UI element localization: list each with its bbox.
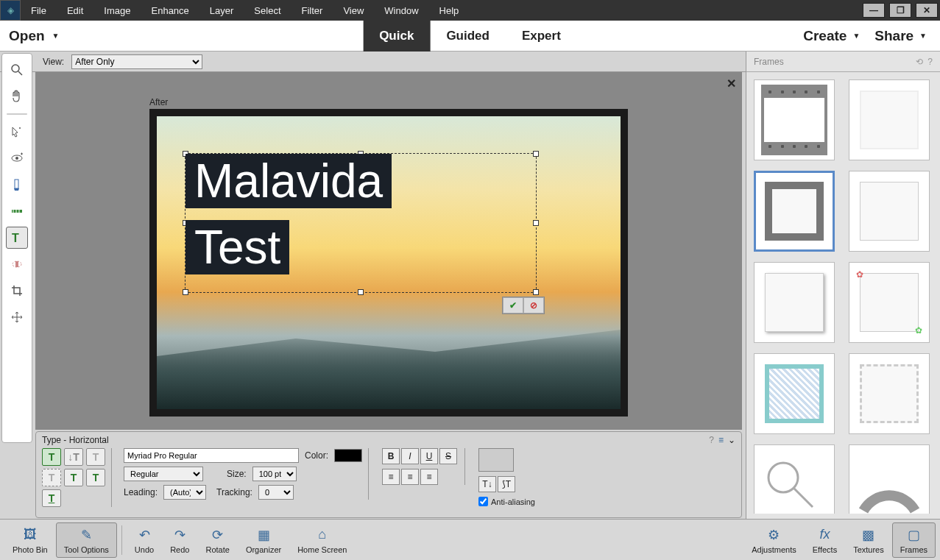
maximize-button[interactable]: ❐ [889,3,911,18]
cancel-text-button[interactable]: ⊘ [523,297,544,313]
minimize-button[interactable]: — [863,3,885,18]
font-size-select[interactable]: 100 pt [252,467,297,481]
type-mask-v-button[interactable]: T [42,469,61,486]
open-button[interactable]: Open▼ [9,28,59,44]
tracking-select[interactable]: 0 [258,485,294,500]
title-bar: ◈ File Edit Image Enhance Layer Select F… [0,0,940,21]
text-line-2[interactable]: Test [185,220,289,274]
undo-button[interactable]: ↶Undo [127,522,162,558]
text-line-1[interactable]: Malavida [185,154,392,208]
whiten-tool[interactable] [6,174,28,196]
warp-style-select[interactable] [478,448,514,472]
close-document-button[interactable]: ✕ [727,77,736,91]
frame-thumb[interactable] [754,353,835,434]
redeye-tool[interactable] [6,147,28,169]
antialias-checkbox[interactable]: Anti-aliasing [478,497,535,506]
commit-text-button[interactable]: ✔ [503,297,523,313]
frame-thumb[interactable] [849,444,930,514]
svg-point-0 [12,65,19,72]
photo-bin-button[interactable]: 🖼Photo Bin [4,522,56,558]
textures-button[interactable]: ▩Textures [845,522,892,558]
tab-quick[interactable]: Quick [363,21,430,52]
type-mask-h-button[interactable]: T [86,448,105,466]
leading-select[interactable]: (Auto) [163,485,206,500]
color-swatch[interactable] [334,449,362,462]
menu-help[interactable]: Help [429,1,470,21]
font-style-select[interactable]: Regular [124,467,203,481]
menu-window[interactable]: Window [374,1,428,21]
hand-tool[interactable] [6,85,28,107]
type-on-path-button[interactable]: T [64,469,83,486]
frame-thumb[interactable] [849,79,930,160]
reset-icon[interactable]: ⟲ [916,57,923,67]
text-orient-h-button[interactable]: T↓ [478,476,496,492]
redo-button[interactable]: ↷Redo [162,522,197,558]
frames-button[interactable]: ▢Frames [892,522,936,558]
collapse-icon[interactable]: ⌄ [728,435,735,445]
italic-button[interactable]: I [401,448,419,464]
crop-tool[interactable] [6,280,28,302]
help-icon[interactable]: ? [927,57,933,67]
menu-file[interactable]: File [21,1,57,21]
photo-canvas[interactable]: Malavida Test ✔ ⊘ [157,116,621,409]
frame-thumb[interactable] [849,353,930,434]
text-warp-button[interactable]: ⟆T [498,476,515,492]
view-select[interactable]: After Only [71,54,202,69]
frames-panel: Frames ⟲ ? ✿✿ [746,52,940,520]
text-selection-box[interactable]: Malavida Test ✔ ⊘ [185,153,537,293]
frame-thumb-selected[interactable] [754,171,835,252]
type-warp-button[interactable]: T [42,489,61,507]
menu-select[interactable]: Select [244,1,291,21]
menu-layer[interactable]: Layer [199,1,244,21]
tool-options-button[interactable]: ✎Tool Options [56,522,117,558]
tab-guided[interactable]: Guided [430,21,506,52]
frame-thumb[interactable]: ✿✿ [849,262,930,343]
image-frame[interactable]: Malavida Test ✔ ⊘ [149,109,628,417]
svg-line-1 [18,71,22,75]
frame-thumb[interactable] [754,444,835,514]
adjustments-button[interactable]: ⚙Adjustments [743,522,805,558]
type-on-shape-button[interactable]: T [86,469,105,486]
svg-point-2 [19,127,21,129]
zoom-tool[interactable] [6,59,28,81]
strike-button[interactable]: S [439,448,457,464]
spot-heal-tool[interactable] [6,253,28,275]
bold-button[interactable]: B [382,448,400,464]
menu-icon[interactable]: ≡ [718,435,724,445]
horizontal-type-button[interactable]: T [42,448,61,466]
svg-rect-14 [15,261,18,267]
frame-thumb[interactable] [754,79,835,160]
tab-expert[interactable]: Expert [506,21,577,52]
align-center-button[interactable]: ≡ [401,469,419,485]
align-right-button[interactable]: ≡ [420,469,438,485]
font-family-input[interactable] [124,448,299,463]
rotate-button[interactable]: ⟳Rotate [197,522,237,558]
quick-select-tool[interactable] [6,121,28,143]
app-icon: ◈ [0,0,21,21]
create-button[interactable]: Create▼ [803,28,860,44]
action-bar: Open▼ Quick Guided Expert Create▼ Share▼ [0,21,940,52]
frame-thumb[interactable] [849,171,930,252]
help-icon[interactable]: ? [709,435,714,445]
home-button[interactable]: ⌂Home Screen [289,522,355,558]
menu-edit[interactable]: Edit [57,1,93,21]
menu-image[interactable]: Image [93,1,141,21]
type-tool[interactable]: T [6,227,28,249]
underline-button[interactable]: U [420,448,438,464]
effects-button[interactable]: fxEffects [805,522,845,558]
vertical-type-button[interactable]: ↓T [64,448,83,466]
align-left-button[interactable]: ≡ [382,469,400,485]
straighten-tool[interactable] [6,200,28,222]
frame-thumb[interactable] [754,262,835,343]
size-label: Size: [227,469,247,479]
frames-grid[interactable]: ✿✿ [746,72,940,514]
move-tool[interactable] [6,306,28,328]
share-button[interactable]: Share▼ [874,28,927,44]
menu-filter[interactable]: Filter [291,1,333,21]
svg-point-4 [15,157,18,160]
menu-enhance[interactable]: Enhance [141,1,199,21]
close-button[interactable]: ✕ [916,3,938,18]
organizer-button[interactable]: ▦Organizer [238,522,289,558]
color-label: Color: [305,450,328,461]
menu-view[interactable]: View [333,1,374,21]
